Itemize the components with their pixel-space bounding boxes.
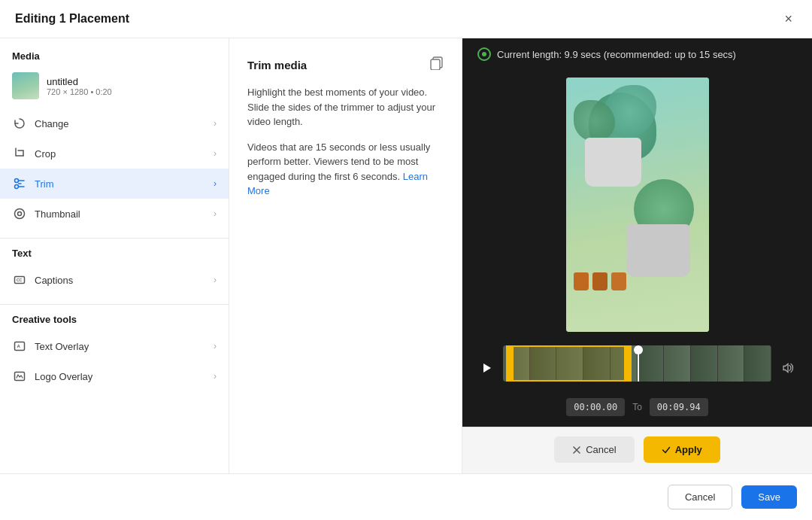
sidebar-item-text-overlay-label: Text Overlay <box>35 341 214 352</box>
pot-2 <box>626 224 690 277</box>
trim-panel-title: Trim media <box>247 59 307 71</box>
captions-icon: CC <box>12 272 27 287</box>
time-from-badge: 00:00.00 <box>566 398 625 416</box>
media-filename: untitled <box>47 76 112 87</box>
chevron-right-icon: › <box>214 118 217 129</box>
sidebar-item-logo-overlay-label: Logo Overlay <box>35 371 214 382</box>
media-info: untitled 720 × 1280 • 0:20 <box>47 76 112 96</box>
modal-body: Media untitled 720 × 1280 • 0:20 <box>0 38 812 473</box>
trim-handle-left[interactable] <box>508 347 514 380</box>
sidebar-item-thumbnail-label: Thumbnail <box>35 208 214 220</box>
chevron-right-icon-thumbnail: › <box>214 208 217 219</box>
chevron-right-icon-crop: › <box>214 148 217 159</box>
footer-save-button[interactable]: Save <box>741 485 797 509</box>
trim-selection[interactable] <box>506 345 632 382</box>
action-bar: Cancel Apply <box>462 427 812 473</box>
mini-pot-3 <box>611 272 626 290</box>
video-length-info: Current length: 9.9 secs (recommended: u… <box>497 49 736 60</box>
timeline-row <box>477 345 797 391</box>
frame-9 <box>718 345 745 382</box>
timeline-track[interactable] <box>503 345 771 382</box>
chevron-right-icon-text-overlay: › <box>214 341 217 351</box>
playhead <box>638 345 639 382</box>
x-icon <box>572 445 581 455</box>
creative-section-title: Creative tools <box>0 314 229 331</box>
content-area: Trim media Highlight the best moments of… <box>229 38 812 473</box>
chevron-right-icon-captions: › <box>214 275 217 285</box>
status-dot-inner <box>482 52 486 56</box>
video-preview-container <box>462 70 812 339</box>
status-dot <box>477 47 491 61</box>
thumbnail-icon <box>12 206 27 221</box>
video-preview <box>566 78 709 332</box>
small-pots-row <box>574 272 626 290</box>
mini-pot-2 <box>592 272 607 290</box>
apply-button[interactable]: Apply <box>644 436 720 463</box>
check-icon <box>662 445 671 455</box>
text-overlay-icon: A <box>12 339 27 354</box>
time-to-label: To <box>632 402 642 412</box>
video-area: Current length: 9.9 secs (recommended: u… <box>462 38 812 473</box>
frame-7 <box>664 345 691 382</box>
sidebar-item-crop-label: Crop <box>35 148 214 160</box>
time-to-badge: 00:09.94 <box>650 398 708 416</box>
sidebar-item-trim-label: Trim <box>35 178 214 190</box>
volume-button[interactable] <box>779 359 797 377</box>
trim-panel: Trim media Highlight the best moments of… <box>229 38 462 473</box>
sidebar-item-thumbnail[interactable]: Thumbnail › <box>0 199 229 229</box>
svg-point-6 <box>18 212 22 216</box>
sidebar-item-change[interactable]: Change › <box>0 108 229 138</box>
trim-handle-right[interactable] <box>624 347 630 380</box>
sidebar: Media untitled 720 × 1280 • 0:20 <box>0 38 229 473</box>
apply-label: Apply <box>675 444 702 455</box>
close-button[interactable]: × <box>780 11 797 27</box>
chevron-right-icon-logo-overlay: › <box>214 371 217 382</box>
divider-2 <box>0 304 229 305</box>
cancel-label: Cancel <box>586 444 616 455</box>
timeline-area: 00:00.00 To 00:09.94 <box>462 339 812 427</box>
modal-header: Editing 1 Placement × <box>0 0 812 38</box>
cancel-button[interactable]: Cancel <box>554 436 634 463</box>
sidebar-item-captions[interactable]: CC Captions › <box>0 265 229 295</box>
playhead-dot <box>634 345 643 354</box>
mini-pot-1 <box>574 272 589 290</box>
sidebar-item-text-overlay[interactable]: A Text Overlay › <box>0 331 229 361</box>
video-info-bar: Current length: 9.9 secs (recommended: u… <box>462 38 812 70</box>
modal-footer: Cancel Save <box>0 473 812 520</box>
sidebar-item-logo-overlay[interactable]: Logo Overlay › <box>0 361 229 391</box>
frame-8 <box>691 345 718 382</box>
plant-scene <box>566 78 709 332</box>
svg-text:A: A <box>17 344 21 348</box>
trim-icon <box>12 176 27 191</box>
modal: Editing 1 Placement × Media untitled 720… <box>0 0 812 520</box>
change-icon <box>12 116 27 131</box>
play-button[interactable] <box>477 359 495 377</box>
text-section-title: Text <box>0 248 229 265</box>
sidebar-item-crop[interactable]: Crop › <box>0 138 229 169</box>
sidebar-item-trim[interactable]: Trim › <box>0 169 229 199</box>
trim-panel-header: Trim media <box>247 56 444 73</box>
svg-point-5 <box>15 209 25 219</box>
modal-title: Editing 1 Placement <box>15 12 129 26</box>
trim-description-2: Videos that are 15 seconds or less usual… <box>247 140 444 199</box>
divider-1 <box>0 238 229 239</box>
media-dimensions: 720 × 1280 • 0:20 <box>47 87 112 96</box>
pot-1 <box>585 138 641 187</box>
logo-overlay-icon <box>12 369 27 384</box>
trim-panel-copy-icon <box>430 56 444 73</box>
time-display: 00:00.00 To 00:09.94 <box>477 398 797 416</box>
sidebar-item-change-label: Change <box>35 118 214 129</box>
footer-cancel-button[interactable]: Cancel <box>668 485 732 509</box>
sidebar-item-captions-label: Captions <box>35 275 214 286</box>
svg-rect-13 <box>431 59 440 70</box>
media-thumb-inner <box>12 72 39 99</box>
plant-top-3 <box>574 100 615 141</box>
media-section-title: Media <box>0 50 229 68</box>
trim-description-1: Highlight the best moments of your video… <box>247 85 444 129</box>
crop-icon <box>12 146 27 161</box>
chevron-right-icon-trim: › <box>214 178 217 189</box>
media-thumbnail <box>12 72 39 99</box>
frame-10 <box>744 345 771 382</box>
svg-text:CC: CC <box>17 278 23 282</box>
media-item: untitled 720 × 1280 • 0:20 <box>0 68 229 108</box>
